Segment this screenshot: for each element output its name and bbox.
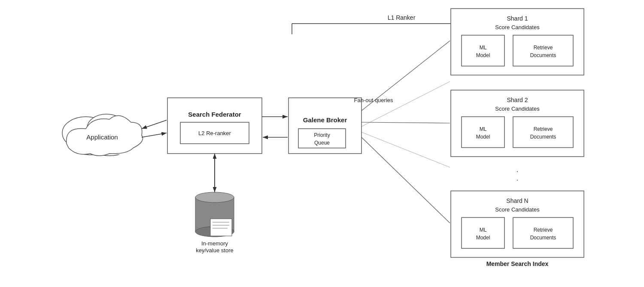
l2-reranker-label: L2 Re-ranker [198,130,231,136]
search-federator-box: Search Federator L2 Re-ranker [167,98,262,154]
inmemory-label1: In-memory [201,240,228,247]
shard2-box: Shard 2 Score Candidates ML Model Retrie… [451,90,584,157]
shard2-ml-label1: ML [480,126,487,132]
shardN-retrieve-label2: Documents [530,235,556,241]
diagram: Application Search Federator L2 Re-ranke… [0,0,644,287]
member-search-index-label: Member Search Index [486,260,549,267]
svg-line-39 [361,132,450,167]
svg-rect-27 [462,218,504,248]
shard2-subtitle: Score Candidates [495,106,540,112]
shardN-title: Shard N [506,197,528,204]
svg-line-30 [142,133,167,137]
priority-queue-label: Priority [314,132,330,138]
shardN-subtitle: Score Candidates [495,206,540,213]
priority-queue-label2: Queue [314,140,330,146]
svg-point-11 [195,192,234,202]
shard1-box: Shard 1 Score Candidates ML Model Retrie… [451,9,584,75]
shardN-retrieve-label1: Retrieve [534,227,553,233]
shard1-retrieve-label1: Retrieve [534,45,553,51]
search-federator-label: Search Federator [188,111,241,118]
shardN-box: Shard N Score Candidates ML Model Retrie… [451,191,584,257]
shard1-title: Shard 1 [507,15,528,22]
l1-ranker-label: L1 Ranker [388,14,416,21]
shard2-title: Shard 2 [507,97,528,103]
shard2-retrieve-label2: Documents [530,134,556,140]
svg-rect-22 [513,35,573,66]
svg-line-29 [142,120,167,129]
svg-line-38 [361,82,450,127]
shard2-retrieve-label1: Retrieve [534,126,553,132]
svg-rect-13 [210,219,232,236]
svg-rect-25 [513,117,573,148]
galene-broker-box: Galene Broker Priority Queue [289,98,361,154]
shard1-subtitle: Score Candidates [495,24,540,30]
svg-rect-24 [462,117,504,148]
application-cloud: Application [62,114,143,156]
galene-broker-label: Galene Broker [303,116,347,124]
svg-rect-21 [462,35,504,66]
fanout-label: Fan-out queries [354,97,393,103]
svg-line-36 [361,122,450,123]
shardN-ml-label2: Model [476,235,490,241]
dots: · [516,167,518,175]
in-memory-store: In-memory key/value store [195,192,234,254]
dots2: · [516,175,518,184]
svg-line-37 [361,137,450,223]
shard2-ml-label2: Model [476,134,490,140]
inmemory-label2: key/value store [196,247,233,254]
svg-rect-28 [513,218,573,248]
shard1-ml-label2: Model [476,52,490,58]
shard1-retrieve-label2: Documents [530,52,556,58]
shard1-ml-label1: ML [480,45,487,51]
shardN-ml-label1: ML [480,227,487,233]
application-label: Application [86,133,118,141]
